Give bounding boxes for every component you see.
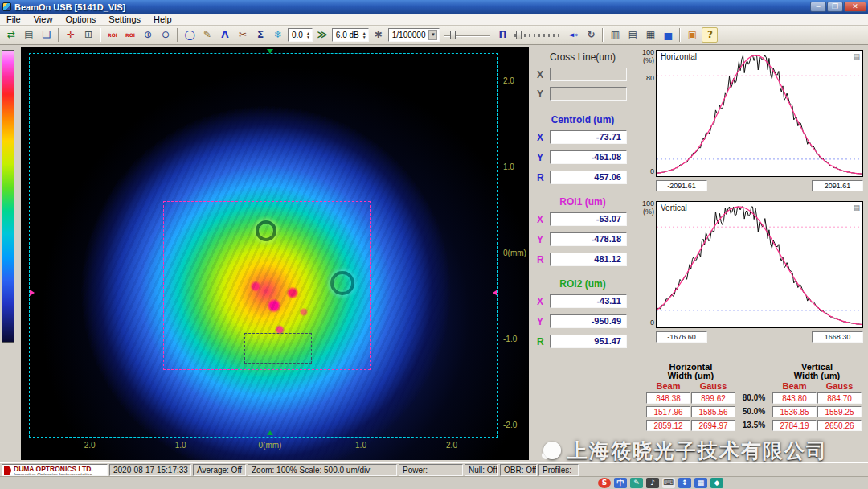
vertical-profile-plot[interactable]: Vertical ▤ (656, 201, 863, 328)
clip-level: 50.0% (738, 407, 770, 416)
chart-icon[interactable]: ▅ (660, 27, 676, 43)
close-button[interactable]: ✕ (844, 2, 866, 12)
beamon-app-window: BeamOn USB [5141D_VIS] – ❐ ✕ File View O… (0, 0, 868, 489)
keyboard-icon[interactable]: ⌨ (662, 478, 675, 488)
pi-icon[interactable]: Π (494, 27, 510, 43)
help-icon[interactable]: ? (702, 27, 718, 43)
sum-icon[interactable]: Σ (252, 27, 268, 43)
tools-icon[interactable]: ✂ (235, 27, 251, 43)
chevron-down-icon[interactable]: ▼ (428, 30, 437, 40)
maximize-button[interactable]: ❐ (827, 2, 843, 12)
gain-spinner[interactable]: 0.0 ▲▼ (288, 28, 313, 42)
centroid-title: Centroid (um) (530, 114, 635, 125)
handwriting-icon[interactable]: ✎ (630, 478, 643, 488)
cross-x-field[interactable] (550, 68, 627, 81)
beam-display[interactable]: -2.0 -1.0 0(mm) 1.0 2.0 2.0 1.0 0(mm) -1… (21, 47, 529, 460)
view-list-icon[interactable]: ▤ (624, 27, 641, 43)
updown-icon[interactable]: ↕ (678, 478, 691, 488)
readout-panel: Cross Line(um) X Y Centroid (um) X -73.7… (530, 47, 635, 460)
x-min-label: -2091.61 (656, 180, 707, 191)
menu-options[interactable]: Options (59, 14, 102, 24)
x-min-label: -1676.60 (656, 331, 707, 343)
scale-select[interactable]: 1/100000 ▼ (388, 28, 440, 42)
view-profiles-icon[interactable]: ▥ (607, 27, 623, 43)
roi2-rect[interactable] (244, 333, 312, 364)
horizontal-profile-plot[interactable]: Horizontal ▤ (656, 50, 863, 177)
view-grid-icon[interactable]: ▦ (642, 27, 658, 43)
gain-db-arrows[interactable]: ▲▼ (362, 31, 366, 39)
fast-acquire-icon[interactable]: ≫ (314, 27, 330, 43)
lambda-icon[interactable]: Λ (217, 27, 233, 43)
y-axis-tick: 0(mm) (503, 249, 526, 257)
cross-y-field[interactable] (550, 87, 627, 101)
marker-icon[interactable]: ✛ (63, 27, 79, 43)
roi2-toggle-icon[interactable]: ROI (122, 27, 138, 43)
logo-swoosh-icon (4, 466, 11, 475)
vertical-profile-panel: 100 (%) 0 Vertical ▤ -1676.60 1668.30 (638, 198, 866, 347)
table-cell: 843.80 (772, 392, 817, 404)
separator (58, 28, 59, 42)
company-name: DUMA OPTRONICS LTD. (14, 466, 107, 472)
ellipse-icon[interactable]: ◯ (182, 27, 198, 43)
x-max-label: 1668.30 (812, 331, 863, 343)
lock-icon[interactable]: ▣ (684, 27, 700, 43)
draw-icon[interactable]: ✎ (199, 27, 215, 43)
x-axis-tick: 1.0 (355, 441, 366, 450)
print-icon[interactable]: ▤ (21, 27, 37, 43)
menu-view[interactable]: View (27, 14, 59, 24)
slider-handle[interactable] (450, 31, 456, 39)
speaker-icon[interactable]: ◄» (565, 27, 581, 43)
width-table: Horizontal Width (um) Vertical Width (um… (641, 360, 868, 434)
copy-chart-icon[interactable]: ▤ (853, 203, 860, 212)
menu-bar: File View Options Settings Help (0, 14, 868, 26)
slider-ticks (514, 34, 561, 37)
y-axis-tick: 2.0 (503, 76, 514, 85)
roi1-r-value: 481.12 (550, 253, 627, 266)
roi1-y-label: Y (537, 234, 548, 245)
bottom-cursor-marker[interactable] (267, 430, 273, 435)
centroid-y-label: Y (537, 152, 548, 163)
zoom-out-icon[interactable]: ⊖ (158, 27, 174, 43)
zoom-in-icon[interactable]: ⊕ (140, 27, 156, 43)
roi2-r-value: 951.47 (550, 335, 627, 348)
y-axis-tick: -1.0 (503, 335, 517, 343)
gain-db-select[interactable]: 6.0 dB ▲▼ (332, 28, 369, 42)
layout-icon[interactable]: ⊞ (80, 27, 96, 43)
minimize-button[interactable]: – (810, 2, 826, 12)
left-cursor-marker[interactable] (30, 290, 35, 296)
roi1-toggle-icon[interactable]: ROI (104, 27, 121, 43)
y-axis-unit: (%) (638, 208, 654, 216)
roi1-r-label: R (537, 254, 548, 265)
roi2-y-label: Y (537, 316, 548, 327)
gauss-col-header: Gauss (691, 381, 735, 391)
x-axis-tick: 0(mm) (259, 441, 282, 450)
apps-icon[interactable]: ▦ (694, 478, 707, 488)
null-status: Null: Off (465, 464, 498, 476)
beam-col-header: Beam (772, 381, 817, 391)
refresh-icon[interactable]: ↻ (583, 27, 599, 43)
menu-file[interactable]: File (0, 14, 27, 24)
chinese-lang-icon[interactable]: 中 (614, 478, 627, 488)
gain-slider[interactable] (444, 29, 490, 41)
gear-icon[interactable]: ✱ (371, 27, 387, 43)
spinner-arrows[interactable]: ▲▼ (306, 31, 310, 39)
freeze-icon[interactable]: ❄ (270, 27, 286, 43)
slider-handle[interactable] (516, 31, 522, 39)
save-icon[interactable]: ❏ (39, 27, 55, 43)
acquire-icon[interactable]: ⇄ (3, 27, 19, 43)
menu-help[interactable]: Help (147, 14, 178, 24)
roi2-x-label: X (537, 296, 548, 307)
status-bar: DUMA OPTRONICS LTD. Innovative Optronics… (0, 462, 868, 476)
horizontal-profile-panel: 100 (%) 80 0 Horizontal ▤ -2091.61 2091.… (638, 47, 866, 196)
microphone-icon[interactable]: ♪ (646, 478, 659, 488)
sogou-input-icon[interactable]: S (598, 478, 611, 488)
menu-settings[interactable]: Settings (102, 14, 147, 24)
roi1-x-value: -53.07 (550, 212, 627, 226)
network-icon[interactable]: ◆ (710, 478, 723, 488)
top-cursor-marker[interactable] (267, 49, 273, 54)
exposure-slider[interactable] (514, 29, 561, 41)
right-cursor-marker[interactable] (493, 290, 497, 296)
copy-chart-icon[interactable]: ▤ (853, 52, 860, 60)
table-cell: 1517.96 (646, 406, 690, 417)
vertical-width-unit: Width (um) (772, 371, 862, 380)
